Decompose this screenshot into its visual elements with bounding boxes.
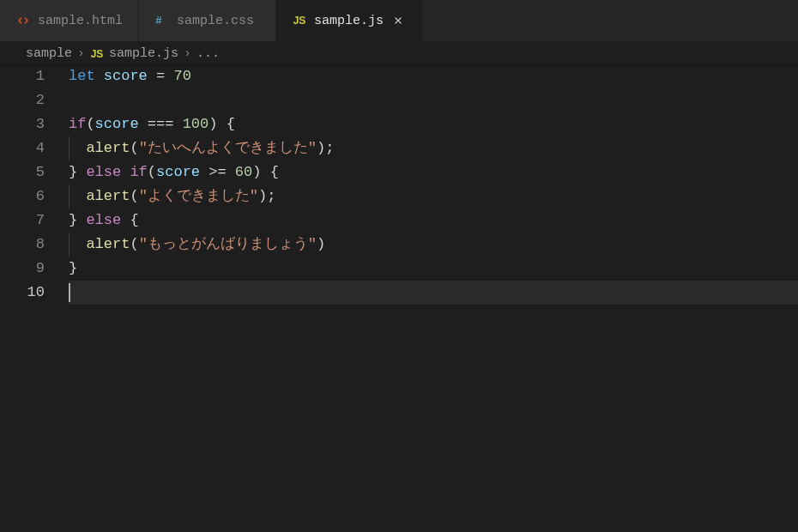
text-cursor [69,283,70,302]
token: === [148,116,174,132]
breadcrumb-file[interactable]: sample.js [109,46,178,61]
token [200,164,209,180]
code-line[interactable]: } else { [69,209,798,233]
line-number: 5 [0,160,45,184]
code-line[interactable]: if(score === 100) { [69,112,798,136]
code-line[interactable]: alert("よくできました"); [69,184,798,209]
token: } [69,260,77,276]
token: = [156,68,165,84]
token: alert [86,236,130,252]
token: alert [86,188,130,204]
chevron-right-icon: › [184,46,191,61]
token [77,212,86,228]
token: { [227,116,235,132]
token [69,188,86,204]
line-number: 8 [0,233,45,257]
tab-sample-css[interactable]: # sample.css [139,0,276,41]
code-line[interactable]: let score = 70 [69,64,798,88]
token: ( [130,140,138,156]
code-line[interactable]: alert("もっとがんばりましょう") [69,233,798,257]
code-line[interactable]: } [69,257,798,281]
token: ) [317,236,325,252]
svg-text:#: # [155,15,162,27]
token [227,164,235,180]
token [261,164,269,180]
token: "もっとがんばりましょう" [139,236,317,252]
token: "たいへんよくできました" [139,140,317,156]
line-number: 4 [0,136,45,160]
token: ( [130,188,138,204]
line-number: 2 [0,88,45,112]
token: "よくできました" [139,188,258,204]
token: score [156,164,200,180]
js-icon: JS [292,13,307,28]
chevron-right-icon: › [77,46,85,61]
token [173,116,182,132]
line-number: 1 [0,64,45,88]
tab-label: sample.html [38,14,123,28]
token [165,68,173,84]
token [217,116,226,132]
tab-label: sample.js [314,14,384,28]
token: } [69,212,77,228]
token: else [86,212,121,228]
breadcrumb[interactable]: sample › JS sample.js › ... [0,41,798,64]
token: 60 [235,164,252,180]
indent-guide [69,136,70,160]
token: else if [86,164,147,180]
tab-bar: sample.html # sample.css JS sample.js [0,0,798,41]
code-editor[interactable]: 12345678910 let score = 70if(score === 1… [0,64,798,305]
token: let [69,68,104,84]
token: alert [86,140,130,156]
token: ( [130,236,138,252]
token [69,140,86,156]
code-line[interactable] [69,281,798,305]
token: 100 [183,116,209,132]
token: ) [317,140,325,156]
line-number: 9 [0,257,45,281]
token: { [130,212,138,228]
breadcrumb-folder[interactable]: sample [26,46,72,61]
tab-sample-html[interactable]: sample.html [0,0,139,41]
token: { [270,164,279,180]
indent-guide [69,184,70,209]
line-number: 6 [0,184,45,209]
token: ) [209,116,217,132]
line-number-gutter: 12345678910 [0,64,69,305]
code-line[interactable] [69,88,798,112]
tab-sample-js[interactable]: JS sample.js [276,0,422,41]
token: ; [325,140,334,156]
token: } [69,164,77,180]
close-icon[interactable] [390,13,406,28]
token: ( [148,164,156,180]
code-line[interactable]: alert("たいへんよくできました"); [69,136,798,160]
token [139,116,148,132]
token: score [104,68,148,84]
token [121,212,130,228]
code-line[interactable]: } else if(score >= 60) { [69,160,798,184]
token: ; [267,188,275,204]
code-area[interactable]: let score = 70if(score === 100) { alert(… [69,64,798,305]
css-icon: # [154,13,170,28]
html-icon [15,13,31,28]
token [77,164,86,180]
token: ) [258,188,267,204]
token: if [69,116,86,132]
token [69,236,86,252]
line-number: 3 [0,112,45,136]
breadcrumb-symbol[interactable]: ... [196,46,220,61]
token: ( [86,116,94,132]
line-number: 10 [0,281,45,305]
line-number: 7 [0,209,45,233]
token: 70 [173,68,190,84]
js-icon: JS [90,47,104,61]
token [148,68,156,84]
token: >= [209,164,226,180]
indent-guide [69,233,70,257]
tab-label: sample.css [177,14,254,28]
token: ) [252,164,261,180]
token: score [95,116,139,132]
